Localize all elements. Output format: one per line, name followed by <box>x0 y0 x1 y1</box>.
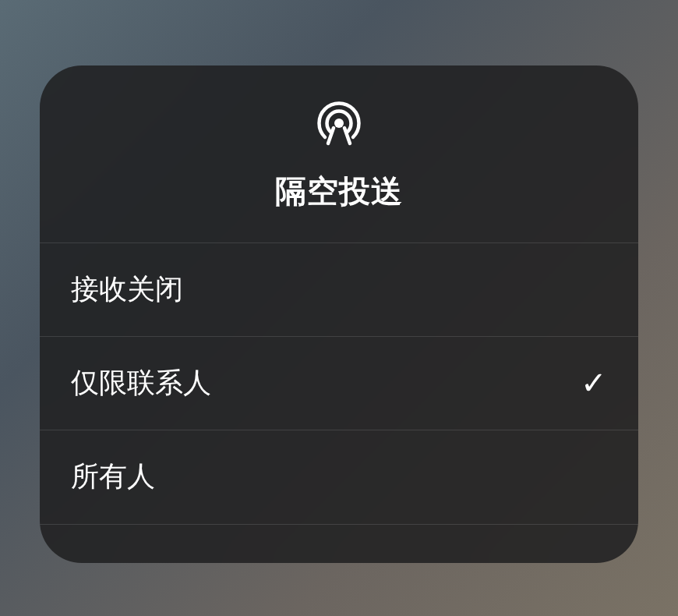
option-label: 仅限联系人 <box>71 364 211 402</box>
option-label: 接收关闭 <box>71 271 183 309</box>
airdrop-icon <box>314 98 364 148</box>
svg-point-0 <box>334 119 344 128</box>
checkmark-icon: ✓ <box>581 365 607 401</box>
option-receiving-off[interactable]: 接收关闭 <box>40 243 638 337</box>
option-contacts-only[interactable]: 仅限联系人 ✓ <box>40 337 638 430</box>
option-label: 所有人 <box>71 458 155 496</box>
bottom-spacer <box>40 524 638 563</box>
airdrop-settings-panel: 隔空投送 接收关闭 仅限联系人 ✓ 所有人 <box>40 65 638 563</box>
panel-title: 隔空投送 <box>275 170 403 213</box>
panel-header: 隔空投送 <box>40 65 638 243</box>
options-list: 接收关闭 仅限联系人 ✓ 所有人 <box>40 243 638 524</box>
option-everyone[interactable]: 所有人 <box>40 430 638 524</box>
